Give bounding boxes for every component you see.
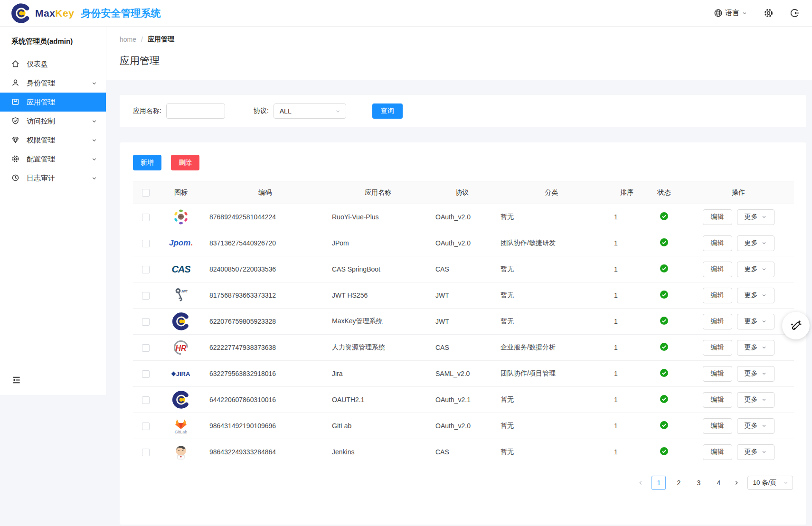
app-category: 团队协作/项目管理 [500,369,556,377]
sidebar: 系统管理员(admin) 仪表盘 身份管理 应用管理 访问控制 权限管理 [0,27,106,395]
chevron-down-icon [742,10,747,16]
column-header-protocol: 协议 [430,181,495,204]
row-checkbox[interactable] [142,423,150,430]
more-button[interactable]: 更多 [737,340,774,356]
chevron-down-icon [761,319,767,324]
more-button[interactable]: 更多 [737,288,774,303]
globe-icon [714,9,723,18]
edit-button[interactable]: 编辑 [703,209,732,225]
chevron-down-icon [761,266,767,272]
more-button[interactable]: 更多 [737,314,774,329]
row-checkbox[interactable] [142,240,150,247]
menu-fold-icon[interactable] [11,375,21,386]
maxkey-app-icon [170,389,191,411]
edit-button[interactable]: 编辑 [703,314,732,329]
main-content: home / 应用管理 应用管理 应用名称: 协议: ALL 查询 新增 删除 [106,27,812,526]
sidebar-item-label: 应用管理 [27,98,91,107]
brand-subtitle: 身份安全管理系统 [81,7,161,20]
row-checkbox[interactable] [142,266,150,273]
svg-text:HR: HR [176,344,187,352]
hr-app-icon: HR [170,337,191,358]
more-button[interactable]: 更多 [737,262,774,277]
breadcrumb-current: 应用管理 [148,35,174,44]
magic-wand-fab[interactable] [782,312,810,339]
app-code: 622076759805923328 [209,318,276,325]
page-number-4[interactable]: 4 [711,476,726,490]
sidebar-item-clock[interactable]: 日志审计 [0,169,106,188]
page-number-3[interactable]: 3 [691,476,706,490]
breadcrumb-home-link[interactable]: home [120,36,136,43]
chevron-down-icon [91,175,97,181]
sidebar-item-label: 权限管理 [27,136,91,145]
column-header-sort: 排序 [608,181,645,204]
edit-button[interactable]: 编辑 [703,392,732,408]
jwt-app-icon: JWT [170,284,191,306]
edit-button[interactable]: 编辑 [703,235,732,251]
select-all-checkbox[interactable] [142,189,150,197]
row-checkbox[interactable] [142,292,150,300]
sidebar-item-app[interactable]: 应用管理 [0,93,106,112]
add-button[interactable]: 新增 [133,155,161,170]
edit-button[interactable]: 编辑 [703,366,732,382]
sidebar-menu: 仪表盘 身份管理 应用管理 访问控制 权限管理 配置管理 [0,55,106,188]
page-size-select[interactable]: 10 条/页 [747,476,793,490]
app-category: 暂无 [500,395,514,403]
edit-button[interactable]: 编辑 [703,288,732,303]
sidebar-item-shield[interactable]: 访问控制 [0,112,106,131]
query-button[interactable]: 查询 [372,103,403,119]
sidebar-item-home[interactable]: 仪表盘 [0,55,106,74]
sidebar-item-gear[interactable]: 配置管理 [0,150,106,169]
sidebar-item-badge[interactable]: 权限管理 [0,131,106,150]
more-button[interactable]: 更多 [737,235,774,251]
page-number-2[interactable]: 2 [671,476,686,490]
maxkey-logo-icon [10,3,31,24]
more-button[interactable]: 更多 [737,366,774,382]
chevron-down-icon [91,80,97,86]
page-number-1[interactable]: 1 [651,476,666,490]
app-sort: 1 [614,370,618,377]
edit-button[interactable]: 编辑 [703,444,732,460]
language-switcher[interactable]: 语言 [714,9,747,18]
app-protocol: JWT [435,318,449,325]
edit-button[interactable]: 编辑 [703,418,732,434]
app-icon [11,98,20,106]
delete-button[interactable]: 删除 [171,155,199,170]
sidebar-item-user[interactable]: 身份管理 [0,74,106,93]
row-checkbox[interactable] [142,344,150,352]
table-row: 876892492581044224 RuoYi-Vue-Plus OAuth_… [133,204,794,230]
filter-panel: 应用名称: 协议: ALL 查询 [120,95,806,127]
home-icon [11,60,20,68]
app-protocol: OAuth_v2.0 [435,239,471,247]
app-category: 暂无 [500,317,514,325]
edit-button[interactable]: 编辑 [703,340,732,356]
app-category: 暂无 [500,213,514,220]
app-name-input[interactable] [166,103,225,119]
row-checkbox[interactable] [142,449,150,456]
row-checkbox[interactable] [142,214,150,221]
protocol-select[interactable]: ALL [274,103,346,119]
prev-page-icon[interactable] [637,479,644,486]
app-category: 暂无 [500,265,514,272]
more-button[interactable]: 更多 [737,418,774,434]
row-checkbox[interactable] [142,318,150,326]
more-button[interactable]: 更多 [737,392,774,408]
row-checkbox[interactable] [142,396,150,404]
top-bar: MaxKey 身份安全管理系统 语言 [0,0,812,27]
table-row: GitLab 986431492190109696 GitLab OAuth_v… [133,413,794,439]
app-sort: 1 [614,396,618,404]
settings-gear-icon[interactable] [764,8,774,18]
app-sort: 1 [614,265,618,273]
sidebar-item-label: 访问控制 [27,117,91,126]
more-button[interactable]: 更多 [737,444,774,460]
more-button[interactable]: 更多 [737,209,774,225]
app-name: CAS SpringBoot [332,265,380,273]
row-checkbox[interactable] [142,370,150,378]
app-name: Jira [332,370,343,377]
maxkey-app-icon [170,310,191,332]
next-page-icon[interactable] [733,479,740,486]
chevron-down-icon [335,108,341,114]
edit-button[interactable]: 编辑 [703,262,732,277]
logout-icon[interactable] [790,8,800,18]
language-label: 语言 [725,9,739,18]
sidebar-item-label: 日志审计 [27,174,91,183]
